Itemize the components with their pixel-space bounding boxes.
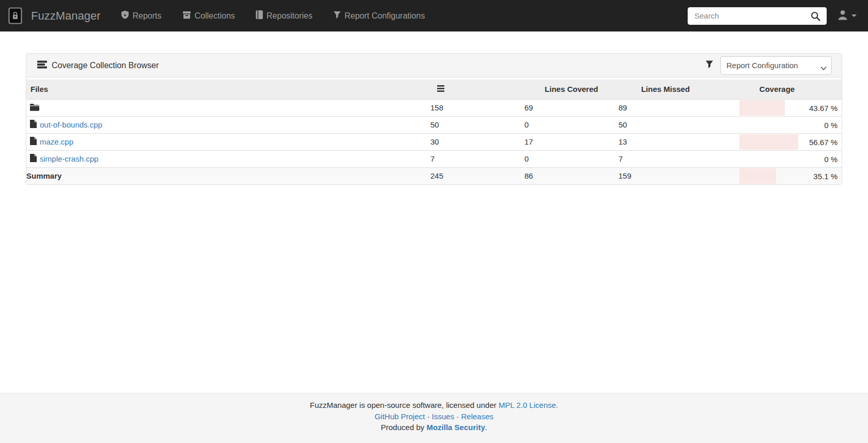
lines-total-cell: 7 bbox=[430, 150, 524, 167]
nav-item-label: Collections bbox=[195, 11, 235, 21]
summary-row: Summary 245 86 159 35.1 % bbox=[26, 167, 842, 184]
file-link[interactable]: maze.cpp bbox=[40, 137, 73, 146]
coverage-table: Files Lines Covered Lines Missed Coverag… bbox=[26, 80, 842, 184]
releases-link[interactable]: Releases bbox=[461, 412, 494, 421]
lines-covered-cell: 86 bbox=[524, 167, 618, 184]
footer-produced-line: Produced by Mozilla Security. bbox=[0, 422, 868, 433]
search-box bbox=[688, 7, 827, 25]
table-row: out-of-bounds.cpp 50 0 50 0 % bbox=[26, 116, 842, 133]
lines-icon bbox=[437, 85, 444, 93]
lines-total-cell: 245 bbox=[430, 167, 524, 184]
nav-item-repositories[interactable]: Repositories bbox=[256, 10, 313, 21]
table-body: 158 69 89 43.67 % bbox=[26, 99, 842, 167]
filter-icon bbox=[705, 60, 714, 71]
chevron-down-icon bbox=[851, 14, 857, 17]
filter-icon bbox=[333, 11, 341, 21]
coverage-percent: 0 % bbox=[824, 154, 838, 163]
coverage-panel: Coverage Collection Browser Report Confi… bbox=[26, 53, 842, 185]
lines-total-cell: 30 bbox=[430, 133, 524, 150]
main-nav: Reports Collections Repositories bbox=[121, 10, 425, 21]
nav-item-label: Repositories bbox=[267, 11, 313, 21]
collections-icon bbox=[182, 11, 191, 21]
lines-total-cell: 158 bbox=[430, 99, 524, 116]
tasks-icon bbox=[37, 60, 47, 71]
lines-missed-cell: 159 bbox=[618, 167, 712, 184]
footer-produced-suffix: . bbox=[485, 423, 487, 432]
panel-title: Coverage Collection Browser bbox=[37, 60, 159, 71]
brand-group: FuzzManager bbox=[8, 7, 101, 24]
lines-total-cell: 50 bbox=[430, 116, 524, 133]
navbar-right bbox=[688, 7, 860, 25]
coverage-percent: 56.67 % bbox=[809, 137, 838, 146]
footer-license-text: FuzzManager is open-source software, lic… bbox=[310, 401, 497, 409]
page-footer: FuzzManager is open-source software, lic… bbox=[0, 393, 868, 443]
column-header-coverage: Coverage bbox=[712, 80, 842, 99]
footer-links-line: GitHub Project · Issues · Releases bbox=[0, 411, 868, 422]
file-icon bbox=[30, 154, 37, 164]
column-header-lines-total bbox=[430, 80, 524, 99]
search-input[interactable] bbox=[688, 7, 827, 25]
mozilla-security-link[interactable]: Mozilla Security bbox=[426, 423, 485, 432]
navbar: FuzzManager Reports Collections bbox=[0, 0, 868, 31]
lines-missed-cell: 89 bbox=[618, 99, 712, 116]
column-header-lines-covered: Lines Covered bbox=[524, 80, 618, 99]
issues-link[interactable]: Issues bbox=[432, 412, 454, 421]
panel-heading-right: Report Configuration bbox=[705, 56, 832, 75]
reports-icon bbox=[121, 10, 129, 21]
panel-title-label: Coverage Collection Browser bbox=[52, 61, 159, 70]
repositories-icon bbox=[256, 10, 263, 21]
nav-item-reports[interactable]: Reports bbox=[121, 10, 162, 21]
footer-produced-text: Produced by bbox=[381, 423, 424, 432]
fuzzmanager-logo-icon bbox=[8, 7, 22, 24]
lines-missed-cell: 13 bbox=[618, 133, 712, 150]
lines-covered-cell: 69 bbox=[524, 99, 618, 116]
table-header-row: Files Lines Covered Lines Missed Coverag… bbox=[26, 80, 842, 99]
lines-missed-cell: 7 bbox=[618, 150, 712, 167]
panel-heading: Coverage Collection Browser Report Confi… bbox=[26, 54, 842, 77]
user-menu[interactable] bbox=[837, 9, 857, 23]
table-row: 158 69 89 43.67 % bbox=[26, 99, 842, 116]
mpl-license-link[interactable]: MPL 2.0 License. bbox=[499, 401, 558, 409]
nav-item-label: Reports bbox=[133, 11, 162, 21]
file-icon bbox=[30, 120, 37, 130]
file-link[interactable]: out-of-bounds.cpp bbox=[40, 120, 102, 129]
file-icon bbox=[30, 137, 37, 147]
column-header-files: Files bbox=[26, 80, 430, 99]
column-header-lines-missed: Lines Missed bbox=[618, 80, 712, 99]
footer-separator: · bbox=[427, 412, 430, 421]
lines-missed-cell: 50 bbox=[618, 116, 712, 133]
lines-covered-cell: 17 bbox=[524, 133, 618, 150]
coverage-percent: 35.1 % bbox=[813, 171, 838, 180]
coverage-percent: 0 % bbox=[824, 120, 838, 129]
file-link[interactable]: simple-crash.cpp bbox=[40, 154, 98, 163]
coverage-bar bbox=[739, 100, 785, 116]
report-configuration-select[interactable]: Report Configuration bbox=[720, 56, 832, 75]
nav-item-label: Report Configurations bbox=[345, 11, 425, 21]
coverage-percent: 43.67 % bbox=[809, 103, 838, 112]
nav-item-report-configurations[interactable]: Report Configurations bbox=[333, 10, 425, 21]
summary-label: Summary bbox=[26, 167, 430, 184]
footer-separator: · bbox=[456, 412, 459, 421]
github-project-link[interactable]: GitHub Project bbox=[375, 412, 425, 421]
table-row: simple-crash.cpp 7 0 7 0 % bbox=[26, 150, 842, 167]
coverage-bar bbox=[739, 168, 776, 184]
footer-license-line: FuzzManager is open-source software, lic… bbox=[0, 400, 868, 411]
table-row: maze.cpp 30 17 13 56.67 % bbox=[26, 133, 842, 150]
coverage-bar bbox=[739, 134, 798, 150]
nav-item-collections[interactable]: Collections bbox=[182, 10, 235, 21]
folder-icon bbox=[30, 103, 39, 113]
brand-title[interactable]: FuzzManager bbox=[31, 9, 101, 23]
lines-covered-cell: 0 bbox=[524, 150, 618, 167]
report-configuration-select-wrap: Report Configuration bbox=[720, 56, 832, 75]
lines-covered-cell: 0 bbox=[524, 116, 618, 133]
user-icon bbox=[837, 9, 848, 23]
